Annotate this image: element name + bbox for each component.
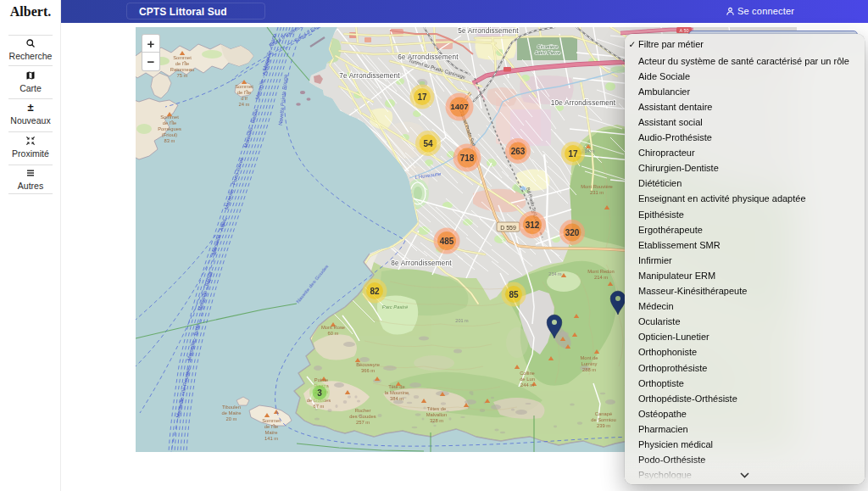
svg-text:201 m: 201 m: [455, 318, 469, 323]
svg-text:8e Arrondissement: 8e Arrondissement: [391, 259, 452, 267]
svg-text:244 m: 244 m: [520, 382, 534, 388]
svg-text:Malvallon: Malvallon: [426, 412, 448, 417]
svg-text:Sommet: Sommet: [262, 418, 281, 423]
svg-text:Tiboulen: Tiboulen: [222, 405, 241, 410]
svg-text:485: 485: [440, 237, 454, 246]
svg-text:Pomègues: Pomègues: [158, 126, 181, 131]
svg-text:257 m: 257 m: [356, 420, 370, 425]
svg-text:de l'Île: de l'Île: [264, 424, 279, 429]
svg-text:D 559: D 559: [500, 225, 516, 231]
svg-text:Pointe: Pointe: [314, 377, 328, 382]
svg-text:6e Arrondissement: 6e Arrondissement: [398, 53, 459, 61]
svg-text:60 m: 60 m: [328, 331, 339, 336]
svg-text:Têtes de: Têtes de: [427, 406, 447, 411]
svg-text:Sommet: Sommet: [160, 114, 179, 120]
svg-text:234 m: 234 m: [548, 271, 562, 276]
svg-text:d'If: d'If: [241, 96, 248, 101]
svg-text:75 m: 75 m: [177, 73, 188, 78]
svg-text:10e Arrondissement: 10e Arrondissement: [551, 99, 616, 107]
svg-text:Béouveyre: Béouveyre: [356, 362, 380, 367]
svg-text:82: 82: [370, 287, 380, 296]
svg-text:de Sormiou: de Sormiou: [591, 417, 616, 422]
svg-text:366 m: 366 m: [361, 368, 375, 373]
svg-text:Mont de: Mont de: [581, 355, 598, 360]
svg-text:24 m: 24 m: [239, 102, 250, 107]
svg-text:17: 17: [568, 149, 578, 159]
svg-text:de l'Île: de l'Île: [237, 90, 252, 95]
svg-text:A 50: A 50: [679, 28, 688, 33]
svg-text:20 m: 20 m: [226, 416, 237, 421]
svg-text:Colline: Colline: [520, 371, 535, 376]
svg-text:141 m: 141 m: [264, 436, 278, 441]
svg-text:des Goudes: des Goudes: [349, 414, 376, 419]
svg-text:5e Arrondissement: 5e Arrondissement: [458, 27, 519, 35]
svg-text:Parc Pastré: Parc Pastré: [382, 304, 409, 310]
svg-text:7e Arrondissement: 7e Arrondissement: [339, 72, 400, 80]
svg-text:288 m: 288 m: [582, 367, 596, 372]
svg-text:Sommet: Sommet: [235, 84, 253, 89]
svg-text:Tête de: Tête de: [388, 384, 405, 389]
svg-text:328 m: 328 m: [430, 418, 443, 423]
svg-text:85: 85: [509, 290, 519, 299]
svg-text:54: 54: [423, 139, 433, 148]
svg-text:Luminy: Luminy: [581, 361, 598, 366]
svg-text:312: 312: [526, 220, 540, 230]
svg-text:Cimetière: Cimetière: [537, 44, 559, 49]
svg-text:Mont Rouvière: Mont Rouvière: [581, 184, 613, 189]
svg-text:239 m: 239 m: [597, 423, 610, 428]
svg-text:(Frioul): (Frioul): [162, 132, 177, 137]
svg-text:Canapé: Canapé: [595, 411, 612, 416]
svg-text:Maïre: Maïre: [265, 430, 278, 435]
svg-text:214 m: 214 m: [594, 275, 608, 280]
svg-text:83 m: 83 m: [164, 138, 175, 143]
svg-text:de l'Île: de l'Île: [163, 120, 177, 126]
svg-text:384 m: 384 m: [390, 396, 403, 401]
svg-text:de Lun: de Lun: [520, 377, 535, 382]
svg-text:de Maïre: de Maïre: [222, 410, 242, 416]
svg-text:1407: 1407: [450, 102, 468, 111]
svg-text:3: 3: [317, 388, 322, 398]
svg-text:Saint-Pierre: Saint-Pierre: [535, 50, 561, 55]
svg-text:Mont Redon: Mont Redon: [587, 269, 615, 274]
svg-text:Sommet: Sommet: [173, 55, 192, 60]
svg-text:17: 17: [417, 92, 427, 102]
svg-text:de l'Île: de l'Île: [175, 61, 190, 66]
svg-text:320: 320: [565, 228, 580, 237]
svg-text:67 m: 67 m: [314, 404, 325, 409]
svg-text:Ratonneau: Ratonneau: [170, 67, 194, 72]
svg-text:231 m: 231 m: [590, 190, 604, 195]
svg-text:la Mounine: la Mounine: [385, 390, 409, 395]
svg-text:718: 718: [460, 153, 475, 163]
svg-text:263: 263: [511, 147, 526, 156]
svg-text:Mont Rose: Mont Rose: [321, 325, 345, 330]
svg-text:Rocher: Rocher: [355, 408, 371, 413]
